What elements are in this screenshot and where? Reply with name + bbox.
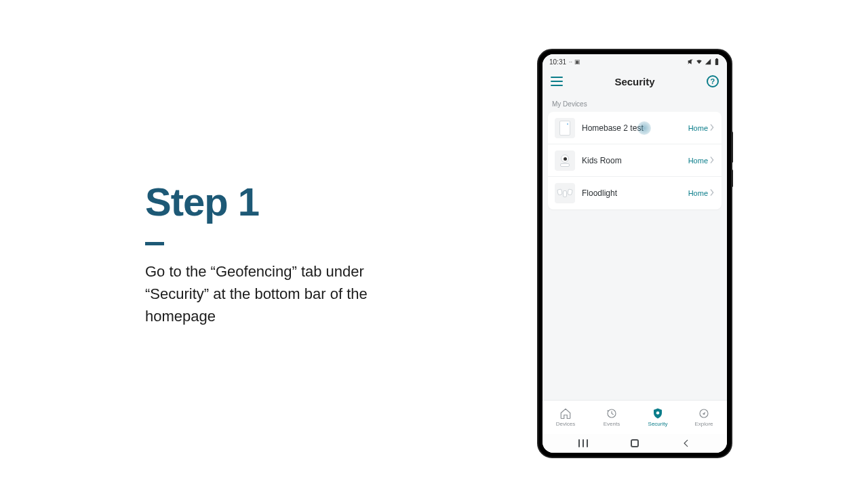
status-time: 10:31 xyxy=(549,58,566,66)
app-header: Security ? xyxy=(542,68,727,95)
signal-icon xyxy=(705,58,711,65)
camera-icon xyxy=(559,155,571,167)
nav-recents-button[interactable] xyxy=(578,439,588,447)
shield-icon xyxy=(652,407,664,420)
bottom-tab-bar: Devices Events Security xyxy=(542,400,727,434)
section-label: My Devices xyxy=(542,95,727,112)
step-body: Go to the “Geofencing” tab under “Securi… xyxy=(145,260,389,327)
nav-home-button[interactable] xyxy=(631,439,639,447)
device-row-kidsroom[interactable]: Kids Room Home xyxy=(548,144,722,177)
mute-icon xyxy=(687,58,694,65)
status-bar: 10:31 ·· ▣ xyxy=(542,54,727,68)
android-nav-bar xyxy=(542,434,727,453)
help-button[interactable]: ? xyxy=(707,75,719,87)
tab-label: Explore xyxy=(694,421,713,427)
menu-button[interactable] xyxy=(551,77,563,86)
content-spacer xyxy=(542,209,727,400)
title-underline xyxy=(145,242,164,245)
device-name: Kids Room xyxy=(582,156,688,165)
tab-events[interactable]: Events xyxy=(589,401,635,434)
tab-label: Devices xyxy=(556,421,575,427)
device-row-floodlight[interactable]: Floodlight Home xyxy=(548,177,722,209)
wifi-icon xyxy=(696,58,703,65)
tab-label: Security xyxy=(648,421,668,427)
svg-rect-2 xyxy=(716,58,717,59)
device-thumbnail xyxy=(555,150,575,171)
volume-rocker xyxy=(731,131,733,163)
device-row-homebase[interactable]: Homebase 2 test Home xyxy=(548,112,722,144)
svg-point-4 xyxy=(656,411,660,415)
status-notif-icons: ·· ▣ xyxy=(569,58,580,65)
chevron-right-icon xyxy=(709,156,715,165)
device-name: Floodlight xyxy=(582,188,688,198)
tab-security[interactable]: Security xyxy=(635,401,681,434)
floodlight-icon xyxy=(557,188,572,199)
clock-icon xyxy=(606,407,618,420)
nav-back-button[interactable] xyxy=(682,439,691,448)
status-left: 10:31 ·· ▣ xyxy=(549,58,580,66)
compass-icon xyxy=(698,407,710,420)
step-title: Step 1 xyxy=(145,182,430,223)
battery-icon xyxy=(713,58,720,65)
chevron-right-icon xyxy=(709,123,715,133)
home-icon xyxy=(559,407,572,420)
tab-explore[interactable]: Explore xyxy=(681,401,727,434)
touch-indicator xyxy=(637,121,651,135)
device-thumbnail xyxy=(555,183,575,203)
device-name: Homebase 2 test xyxy=(582,123,688,133)
device-status: Home xyxy=(688,189,708,197)
tab-devices[interactable]: Devices xyxy=(542,401,589,434)
tab-label: Events xyxy=(604,421,620,427)
phone-frame: 10:31 ·· ▣ xyxy=(537,49,732,458)
stage: Step 1 Go to the “Geofencing” tab under … xyxy=(0,0,868,488)
page-title: Security xyxy=(614,76,654,87)
instruction-panel: Step 1 Go to the “Geofencing” tab under … xyxy=(145,182,430,327)
device-status: Home xyxy=(688,157,708,165)
power-button xyxy=(731,169,733,187)
homebase-icon xyxy=(559,121,570,136)
device-thumbnail xyxy=(555,118,575,138)
status-right xyxy=(687,58,720,65)
phone-screen: 10:31 ·· ▣ xyxy=(542,54,727,453)
device-list: Homebase 2 test Home Kids Room Home xyxy=(548,112,722,209)
device-status: Home xyxy=(688,124,708,132)
chevron-right-icon xyxy=(709,188,715,198)
svg-rect-1 xyxy=(715,59,718,65)
